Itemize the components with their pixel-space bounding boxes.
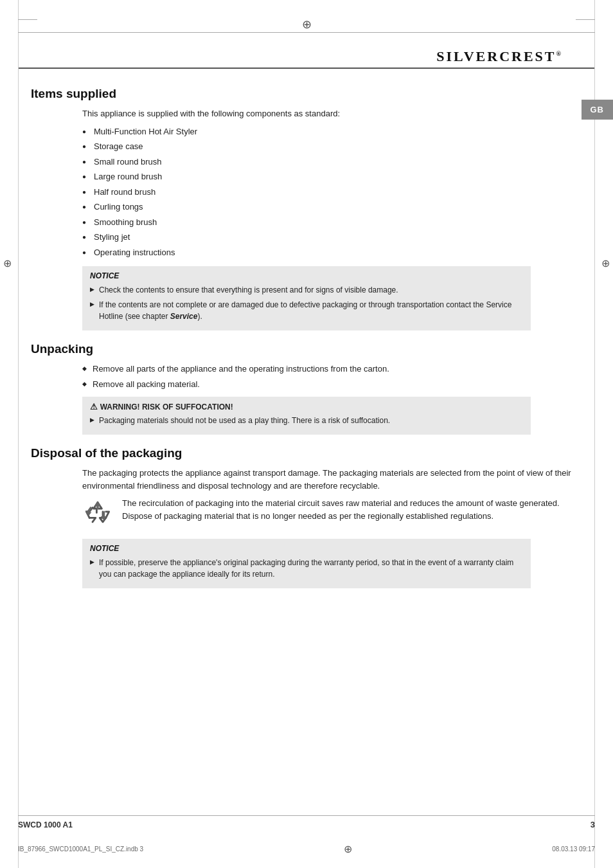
unpacking-list: Remove all parts of the appliance and th…	[82, 363, 582, 390]
list-item: Half round brush	[82, 186, 582, 199]
items-list: Multi-Function Hot Air Styler Storage ca…	[82, 125, 582, 259]
disposal-para2: The recirculation of packaging into the …	[122, 497, 582, 522]
list-item: Styling jet	[82, 231, 582, 244]
brand-header: SILVERCREST®	[18, 48, 595, 69]
page-footer: SWCD 1000 A1 3	[18, 815, 595, 829]
service-bold: Service	[170, 312, 198, 321]
bottom-date: 08.03.13 09:17	[552, 845, 595, 853]
left-reg-mark: ⊕	[3, 257, 12, 269]
list-item: Smoothing brush	[82, 216, 582, 229]
warning-icon: ⚠	[90, 402, 100, 411]
notice-title: NOTICE	[90, 271, 523, 280]
bottom-area: IB_87966_SWCD1000A1_PL_SI_CZ.indb 3 ⊕ 08…	[18, 843, 595, 855]
unpacking-heading: Unpacking	[31, 342, 582, 356]
disposal-notice-item: If possible, preserve the appliance's or…	[90, 557, 523, 580]
bottom-reg-mark: ⊕	[344, 843, 352, 855]
footer-page: 3	[591, 820, 595, 829]
list-item: Storage case	[82, 140, 582, 153]
list-item: Curling tongs	[82, 201, 582, 213]
recycle-icon	[82, 498, 113, 531]
disposal-notice-title: NOTICE	[90, 544, 523, 553]
disposal-recycle-section: The recirculation of packaging into the …	[82, 497, 582, 531]
top-reg-mark: ⊕	[302, 17, 312, 32]
bottom-file-info: IB_87966_SWCD1000A1_PL_SI_CZ.indb 3	[18, 845, 143, 853]
notice-item-1: Check the contents to ensure that everyt…	[90, 284, 523, 296]
footer-model: SWCD 1000 A1	[18, 820, 73, 829]
list-item: Small round brush	[82, 156, 582, 168]
notice-item-2: If the contents are not complete or are …	[90, 299, 523, 322]
right-reg-mark: ⊕	[601, 257, 610, 269]
list-item: Multi-Function Hot Air Styler	[82, 125, 582, 138]
brand-name: SILVERCREST®	[436, 48, 563, 65]
warning-title: ⚠ WARNING! RISK OF SUFFOCATION!	[90, 402, 523, 411]
disposal-heading: Disposal of the packaging	[31, 446, 582, 460]
gb-tab: GB	[582, 100, 614, 120]
disposal-para1: The packaging protects the appliance aga…	[82, 467, 582, 492]
list-item: Large round brush	[82, 170, 582, 183]
items-supplied-heading: Items supplied	[31, 87, 582, 101]
items-supplied-intro: This appliance is supplied with the foll…	[82, 107, 582, 120]
items-notice-box: NOTICE Check the contents to ensure that…	[82, 266, 531, 330]
list-item: Operating instructions	[82, 246, 582, 259]
warning-box: ⚠ WARNING! RISK OF SUFFOCATION! Packagin…	[82, 397, 531, 435]
list-item: Remove all packing material.	[82, 378, 582, 391]
warning-item: Packaging materials should not be used a…	[90, 415, 523, 426]
list-item: Remove all parts of the appliance and th…	[82, 363, 582, 375]
disposal-notice-box: NOTICE If possible, preserve the applian…	[82, 539, 531, 588]
